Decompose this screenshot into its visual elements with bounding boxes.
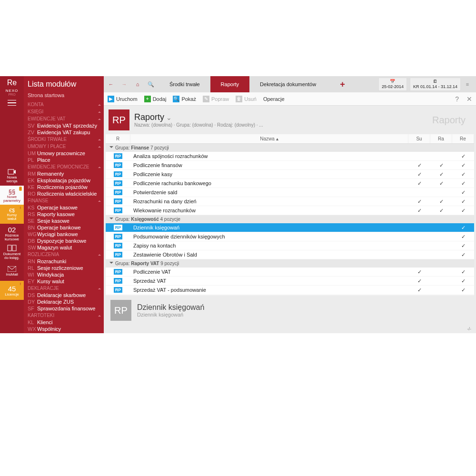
toolbar: ▶Uruchom+Dodaj🔍Pokaż✎Popraw🗑UsuńOperacje… <box>104 92 476 106</box>
toolbar-uruchom[interactable]: ▶Uruchom <box>108 96 138 102</box>
sidebar-item[interactable]: UMUmowy pracownicze <box>24 150 104 157</box>
sidebar-item[interactable]: RLSesje rozliczeniowe <box>24 265 104 271</box>
help-icon[interactable]: ? <box>455 95 459 103</box>
sidebar-item[interactable]: RORozliczenia właścicielskie <box>24 190 104 197</box>
toolbar-popraw: ✎Popraw <box>203 96 229 102</box>
col-nazwa[interactable]: Nazwa ▴ <box>130 134 408 143</box>
date-context-1[interactable]: 📅25-02-2014 <box>378 78 407 91</box>
sidebar-item[interactable]: WGWyciągi bankowe <box>24 231 104 238</box>
sidebar-group[interactable]: EWIDENCJE POMOCNICZE <box>24 163 104 170</box>
tab[interactable]: Dekretacja dokumentów <box>249 76 327 92</box>
col-re[interactable]: Re <box>452 134 474 143</box>
nav-back-icon[interactable]: ← <box>106 79 116 89</box>
sidebar-item[interactable]: KLKlienci <box>24 319 104 326</box>
sidebar-item[interactable]: EKEksploatacja pojazdów <box>24 177 104 184</box>
sidebar-module-list: Lista modułów Strona startowa KONTAKSIĘG… <box>24 76 104 333</box>
sidebar-item[interactable]: SESesje kasowe <box>24 218 104 224</box>
nav-forward-icon[interactable]: → <box>119 79 129 89</box>
sidebar-item[interactable]: DSDeklaracje skarbowe <box>24 292 104 298</box>
sidebar-group[interactable]: DEKLARACJE <box>24 285 104 292</box>
sidebar-group[interactable]: UMOWY I PŁACE <box>24 143 104 150</box>
iconbar-licencje[interactable]: 45Licencje <box>0 281 24 300</box>
sidebar-group[interactable]: EWIDENCJE VAT <box>24 115 104 122</box>
table-header: R Nazwa ▴ Su Ra Re <box>106 134 474 144</box>
close-icon[interactable]: ✕ <box>466 95 472 103</box>
sidebar-group[interactable]: KARTOTEKI <box>24 312 104 319</box>
toolbar-pokaz[interactable]: 🔍Pokaż <box>173 96 196 102</box>
view-title[interactable]: Raporty <box>134 112 263 122</box>
nav-search-icon[interactable]: 🔍 <box>146 79 156 89</box>
table-row[interactable]: RPDziennik księgowań✓ <box>106 223 474 232</box>
sidebar-title: Lista modułów <box>24 76 104 90</box>
view-breadcrumb: Raporty <box>432 115 471 126</box>
tab[interactable]: Środki trwałe <box>159 76 210 92</box>
menu-icon[interactable]: ≡ <box>464 81 471 87</box>
hamburger-icon[interactable] <box>0 97 24 109</box>
sidebar-item[interactable]: KSOperacje kasowe <box>24 204 104 211</box>
col-r[interactable]: R <box>106 134 130 143</box>
toolbar-usun: 🗑Usuń <box>236 96 257 102</box>
iconbar-nowa-wersja[interactable]: Nowa wersja <box>0 167 24 186</box>
sidebar-item[interactable]: RNRozrachunki <box>24 258 104 265</box>
toolbar-operacje[interactable]: Operacje <box>263 96 285 102</box>
col-ra[interactable]: Ra <box>430 134 452 143</box>
detail-sub: Dziennik księgowań <box>137 312 204 317</box>
date-context-2[interactable]: 🗓KR 01.01.14 - 31.12.14 <box>410 78 461 91</box>
table-row[interactable]: RPPodliczenie VAT✓✓ <box>106 268 474 277</box>
sidebar-item[interactable]: EYKursy walut <box>24 278 104 285</box>
iconbar-dokument-do-ksieg[interactable]: Dokument do księg. <box>0 243 24 262</box>
app-window: Re NEXO PRO Nowa wersja§§Nowe parametry€… <box>0 76 476 333</box>
iconbar-kursy-walut[interactable]: €$Kursy walut <box>0 205 24 224</box>
table-group-header[interactable]: Grupa: Finanse 7 pozycji <box>106 144 474 152</box>
sidebar-start-page[interactable]: Strona startowa <box>24 90 104 101</box>
sidebar-item[interactable]: RSRaporty kasowe <box>24 211 104 218</box>
iconbar-nowe-parametry[interactable]: §§Nowe parametry <box>0 186 24 205</box>
iconbar-insmail[interactable]: InsMail <box>0 262 24 281</box>
table-row[interactable]: RPZestawienie Obrotów i Sald✓ <box>106 250 474 259</box>
nav-home-icon[interactable]: ⌂ <box>132 79 143 89</box>
view-header: RP Raporty Nazwa: (dowolna) · Grupa: (do… <box>104 106 476 134</box>
table-row[interactable]: RPSprzedaż VAT✓✓ <box>106 277 474 286</box>
sidebar-item[interactable]: PXPracownicy <box>24 332 104 333</box>
table-group-header[interactable]: Grupa: Księgowość 4 pozycje <box>106 215 474 223</box>
sidebar-group[interactable]: KSIĘGI <box>24 108 104 115</box>
app-logo: Re NEXO PRO <box>0 76 24 97</box>
sidebar-item[interactable]: ZVEwidencja VAT zakupu <box>24 129 104 136</box>
sidebar-item[interactable]: DYDeklaracje ZUS <box>24 298 104 305</box>
sidebar-item[interactable]: WIWindykacja <box>24 271 104 278</box>
sidebar-group[interactable]: KONTA <box>24 101 104 108</box>
table-row[interactable]: RPWiekowanie rozrachunków✓✓✓ <box>106 206 474 215</box>
table-row[interactable]: RPZapisy na kontach✓ <box>106 241 474 250</box>
sidebar-item[interactable]: PLPłace <box>24 157 104 163</box>
sidebar-item[interactable]: SVEwidencja VAT sprzedaży <box>24 122 104 129</box>
table-row[interactable]: RPPotwierdzenie sald✓ <box>106 188 474 197</box>
status-footer: -/- <box>104 326 476 333</box>
view-badge: RP <box>109 109 129 130</box>
sidebar-item[interactable]: DBDyspozycje bankowe <box>24 238 104 244</box>
tab-add-button[interactable]: + <box>329 79 356 89</box>
sidebar-item[interactable]: BNOperacje bankowe <box>24 224 104 231</box>
tab[interactable]: Raporty <box>210 76 250 92</box>
sidebar-group[interactable]: ŚRODKI TRWAŁE <box>24 136 104 143</box>
table-row[interactable]: RPPodliczenie kasy✓✓✓ <box>106 170 474 179</box>
sidebar-group[interactable]: ROZLICZENIA <box>24 251 104 258</box>
table-row[interactable]: RPTransakcje VAT-UE✓✓ <box>106 295 474 295</box>
view-filter-sub[interactable]: Nazwa: (dowolna) · Grupa: (dowolna) · Ro… <box>134 122 263 128</box>
table-row[interactable]: RPPodliczenie finansów✓✓✓ <box>106 161 474 170</box>
table-row[interactable]: RPAnaliza spójności rozrachunków✓ <box>106 152 474 161</box>
table-row[interactable]: RPRozrachunki na dany dzień✓✓✓ <box>106 197 474 206</box>
toolbar-dodaj[interactable]: +Dodaj <box>144 96 167 102</box>
sidebar-group[interactable]: FINANSE <box>24 197 104 204</box>
sidebar-item[interactable]: SFSprawozdania finansowe <box>24 305 104 312</box>
table-row[interactable]: RPSprzedaż VAT - podsumowanie✓✓ <box>106 286 474 295</box>
table-row[interactable]: RPPodsumowanie dzienników księgowych✓ <box>106 232 474 241</box>
sidebar-item[interactable]: KERozliczenia pojazdów <box>24 184 104 190</box>
table-group-header[interactable]: Grupa: Raporty VAT 9 pozycji <box>106 259 474 268</box>
iconbar-roznice-kursowe[interactable]: 02Różnice kursowe <box>0 224 24 243</box>
svg-rect-0 <box>8 169 14 174</box>
sidebar-item[interactable]: WXWspólnicy <box>24 326 104 332</box>
table-row[interactable]: RPPodliczenie rachunku bankowego✓✓✓ <box>106 179 474 188</box>
col-su[interactable]: Su <box>408 134 430 143</box>
sidebar-item[interactable]: SWMagazyn walut <box>24 244 104 251</box>
sidebar-item[interactable]: RMRemanenty <box>24 170 104 177</box>
